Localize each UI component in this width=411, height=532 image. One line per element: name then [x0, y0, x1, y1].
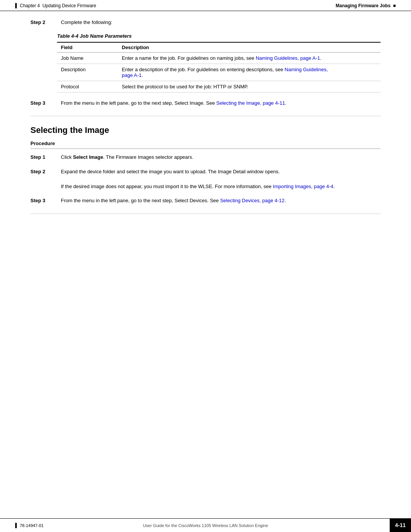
main-content: Step 2 Complete the following: Table 4-4… — [0, 11, 411, 246]
table-row: Description Enter a description of the j… — [57, 64, 381, 81]
col-field-header: Field — [57, 42, 118, 53]
table-title: Table 4-4 Job Name Parameters — [57, 33, 381, 39]
footer-center: User Guide for the CiscoWorks 1105 Wirel… — [143, 523, 268, 528]
step1-second-block: Step 1 Click Select Image. The Firmware … — [30, 153, 381, 161]
link-selecting-image[interactable]: Selecting the Image, page 4-11 — [216, 100, 285, 106]
step2-complete-block: Step 2 Complete the following: — [30, 19, 381, 26]
step2-note-after: . — [333, 184, 335, 189]
procedure-rule — [30, 149, 381, 149]
header-bar-icon — [15, 3, 17, 8]
table-row: Protocol Select the protocol to be used … — [57, 81, 381, 92]
step3-second-label: Step 3 — [30, 198, 57, 203]
link-selecting-devices[interactable]: Selecting Devices, page 4-12 — [220, 198, 284, 203]
step3-first-content: From the menu in the left pane, go to th… — [61, 99, 381, 107]
page-container: Chapter 4 Updating Device Firmware Manag… — [0, 0, 411, 532]
col-desc-header: Description — [118, 42, 381, 53]
step3-second-block: Step 3 From the menu in the left pane, g… — [30, 197, 381, 204]
step1-second-label: Step 1 — [30, 154, 57, 160]
link-naming-guidelines-2[interactable]: Naming Guidelines,page A-1 — [122, 67, 328, 78]
section-divider-1 — [30, 116, 381, 116]
step2-second-content: Expand the device folder and select the … — [61, 168, 381, 190]
step3-first-block: Step 3 From the menu in the left pane, g… — [30, 99, 381, 107]
desc-protocol: Select the protocol to be used for the j… — [118, 81, 381, 92]
link-naming-guidelines-1[interactable]: Naming Guidelines, page A-1 — [256, 55, 320, 61]
footer: 78-14947-01 User Guide for the CiscoWork… — [0, 518, 411, 532]
section-heading-selecting: Selecting the Image — [30, 125, 381, 135]
step3-second-content: From the menu in the left pane, go to th… — [61, 197, 381, 204]
procedure-label: Procedure — [30, 141, 381, 146]
step2-complete-label: Step 2 — [30, 19, 57, 25]
step1-bold-text: Select Image — [73, 154, 104, 160]
header-right-title: Managing Firmware Jobs — [336, 3, 390, 8]
field-job-name: Job Name — [57, 52, 118, 64]
step1-after-text: . The Firmware Images selector appears. — [103, 154, 193, 160]
field-description: Description — [57, 64, 118, 81]
header-right: Managing Firmware Jobs ■ — [336, 3, 396, 8]
header-bar: Chapter 4 Updating Device Firmware Manag… — [0, 0, 411, 11]
section-divider-2 — [30, 214, 381, 214]
params-table: Field Description Job Name Enter a name … — [57, 42, 381, 93]
chapter-title: Updating Device Firmware — [42, 3, 96, 8]
step2-note-before: If the desired image does not appear, yo… — [61, 184, 273, 189]
step3-first-text-after: . — [285, 100, 287, 106]
desc-job-name: Enter a name for the job. For guidelines… — [118, 52, 381, 64]
chapter-label: Chapter 4 — [20, 3, 40, 8]
step3-first-label: Step 3 — [30, 100, 57, 106]
header-left: Chapter 4 Updating Device Firmware — [15, 3, 96, 8]
step2-second-block: Step 2 Expand the device folder and sele… — [30, 168, 381, 190]
table-header-row: Field Description — [57, 42, 381, 53]
step3-first-text-before: From the menu in the left pane, go to th… — [61, 100, 216, 106]
link-importing-images[interactable]: Importing Images, page 4-4 — [273, 184, 333, 189]
footer-doc-number: 78-14947-01 — [20, 523, 43, 528]
page-number: 4-11 — [395, 522, 406, 528]
step3-second-text-after: . — [285, 198, 286, 203]
step1-click-text: Click — [61, 154, 73, 160]
step3-second-text-before: From the menu in the left pane, go to th… — [61, 198, 220, 203]
table-row: Job Name Enter a name for the job. For g… — [57, 52, 381, 64]
step1-second-content: Click Select Image. The Firmware Images … — [61, 153, 381, 161]
footer-left: 78-14947-01 — [15, 523, 43, 528]
footer-center-text: User Guide for the CiscoWorks 1105 Wirel… — [143, 523, 268, 528]
step2-main-text: Expand the device folder and select the … — [61, 169, 280, 174]
footer-page-number: 4-11 — [390, 518, 411, 532]
desc-description: Enter a description of the job. For guid… — [118, 64, 381, 81]
footer-bar-icon — [15, 523, 17, 528]
step2-complete-text: Complete the following: — [61, 19, 381, 26]
step2-second-label: Step 2 — [30, 169, 57, 174]
field-protocol: Protocol — [57, 81, 118, 92]
